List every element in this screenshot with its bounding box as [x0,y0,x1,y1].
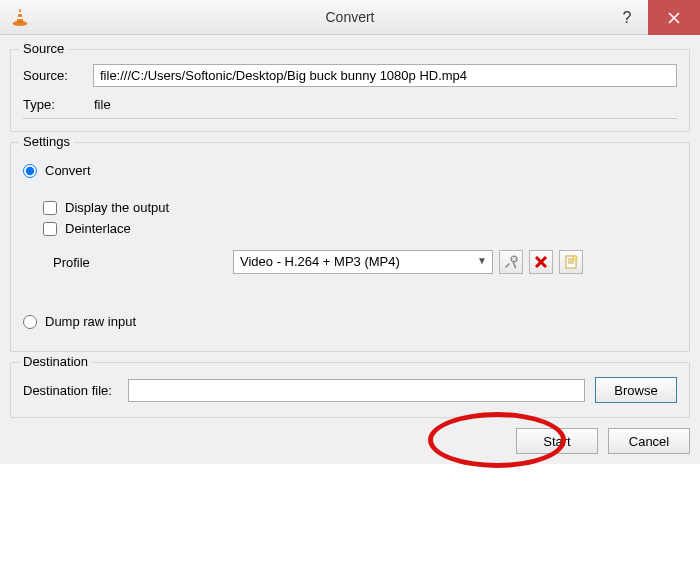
source-group: Source Source: Type: file [10,49,690,132]
tools-icon [503,254,519,270]
browse-button[interactable]: Browse [595,377,677,403]
type-value: file [93,97,111,112]
source-label: Source: [23,68,93,83]
convert-radio-input[interactable] [23,164,37,178]
window-title: Convert [0,9,700,25]
start-button[interactable]: Start [516,428,598,454]
convert-radio[interactable]: Convert [23,163,677,178]
cancel-button[interactable]: Cancel [608,428,690,454]
destination-group: Destination Destination file: Browse [10,362,690,418]
delete-icon [534,255,548,269]
close-button[interactable] [648,0,700,35]
profile-value: Video - H.264 + MP3 (MP4) [233,250,493,274]
convert-radio-label: Convert [45,163,91,178]
destination-file-label: Destination file: [23,383,128,398]
svg-point-13 [573,256,577,260]
destination-legend: Destination [19,354,92,369]
titlebar: Convert ? [0,0,700,35]
source-legend: Source [19,41,68,56]
source-input[interactable] [93,64,677,87]
profile-label: Profile [53,255,233,270]
new-profile-icon [563,254,579,270]
profile-select[interactable]: Video - H.264 + MP3 (MP4) ▼ [233,250,493,274]
destination-file-input[interactable] [128,379,585,402]
settings-legend: Settings [19,134,74,149]
dump-raw-radio[interactable]: Dump raw input [23,314,677,329]
deinterlace-checkbox-input[interactable] [43,222,57,236]
display-output-label: Display the output [65,200,169,215]
deinterlace-checkbox[interactable]: Deinterlace [43,221,677,236]
new-profile-button[interactable] [559,250,583,274]
help-button[interactable]: ? [606,0,648,35]
dump-raw-radio-input[interactable] [23,315,37,329]
delete-profile-button[interactable] [529,250,553,274]
settings-group: Settings Convert Display the output Dein… [10,142,690,352]
type-label: Type: [23,97,93,112]
deinterlace-label: Deinterlace [65,221,131,236]
close-icon [668,12,680,24]
dump-raw-label: Dump raw input [45,314,136,329]
display-output-checkbox[interactable]: Display the output [43,200,677,215]
dialog-footer: Start Cancel [10,428,690,454]
edit-profile-button[interactable] [499,250,523,274]
display-output-checkbox-input[interactable] [43,201,57,215]
